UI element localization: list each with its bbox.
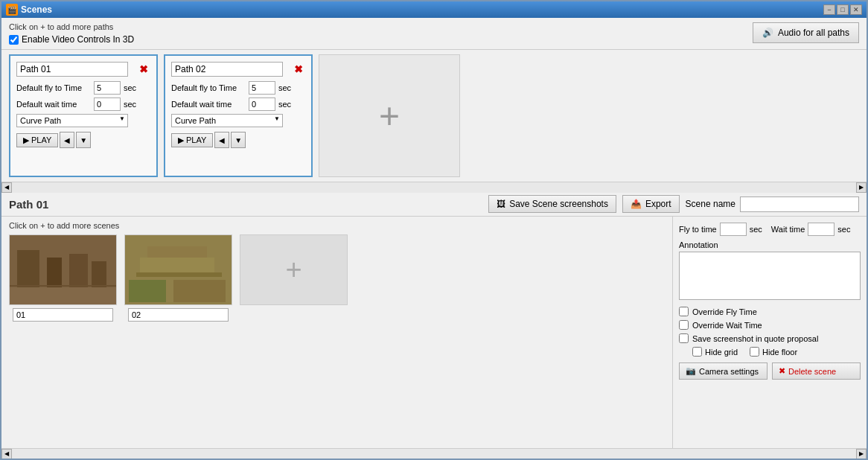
scene-name-input[interactable]: [740, 197, 859, 212]
maximize-button[interactable]: □: [837, 4, 849, 15]
path-card-1: ✖ Default fly to Time sec Default wait t…: [9, 54, 158, 177]
path-1-play-button[interactable]: ▶ PLAY: [16, 133, 58, 147]
scroll-right-arrow-2[interactable]: ▶: [856, 449, 867, 459]
top-left: Click on + to add more paths Enable Vide…: [9, 22, 134, 45]
top-section: Click on + to add more paths Enable Vide…: [1, 18, 867, 50]
save-screenshots-button[interactable]: 🖼 Save Scene screenshots: [488, 195, 616, 213]
hide-options-row: Hide grid Hide floor: [692, 347, 861, 357]
path-1-next-button[interactable]: ▼: [76, 132, 91, 148]
scene-name-label: Scene name: [686, 199, 735, 209]
bottom-section: Path 01 🖼 Save Scene screenshots 📤 Expor…: [1, 192, 867, 459]
app-icon: 🎬: [6, 4, 18, 16]
wait-unit-label: sec: [837, 225, 850, 234]
scene-thumb-01[interactable]: [9, 234, 117, 305]
svg-rect-8: [136, 272, 222, 277]
export-button[interactable]: 📤 Export: [622, 195, 680, 213]
hide-grid-item: Hide grid: [692, 347, 738, 357]
path-2-name-input[interactable]: [171, 62, 283, 77]
svg-rect-2: [47, 258, 62, 287]
scene-01-name-input[interactable]: [13, 308, 113, 322]
path-title-bar: Path 01 🖼 Save Scene screenshots 📤 Expor…: [1, 192, 867, 217]
path-card-2: ✖ Default fly to Time sec Default wait t…: [164, 54, 313, 177]
panel-action-buttons: 📷 Camera settings ✖ Delete scene: [679, 362, 861, 380]
scene-02-name-input[interactable]: [128, 308, 229, 322]
close-button[interactable]: ✕: [850, 4, 862, 15]
path-2-fly-label: Default fly to Time: [171, 83, 246, 92]
wait-time-label: Wait time: [771, 225, 805, 234]
scroll-left-arrow[interactable]: ◀: [1, 182, 12, 193]
fly-to-time-input[interactable]: [720, 223, 747, 236]
annotation-textarea[interactable]: [679, 252, 861, 300]
video-controls-label: Enable Video Controls In 3D: [22, 34, 134, 45]
path-2-wait-input[interactable]: [249, 98, 275, 111]
hide-floor-label: Hide floor: [762, 348, 797, 357]
hide-grid-label: Hide grid: [705, 348, 738, 357]
hide-grid-checkbox[interactable]: [692, 347, 702, 357]
paths-area: ✖ Default fly to Time sec Default wait t…: [1, 50, 867, 182]
path-1-fly-unit: sec: [124, 83, 136, 92]
path-1-type-dropdown[interactable]: Curve Path Linear Path: [16, 114, 128, 127]
save-screenshots-label: Save Scene screenshots: [509, 199, 608, 209]
title-bar: 🎬 Scenes − □ ✕: [1, 1, 867, 18]
scene-thumb-02[interactable]: [124, 234, 232, 305]
add-path-button[interactable]: +: [319, 54, 460, 177]
delete-icon: ✖: [779, 366, 785, 376]
scene-card-02: [124, 234, 232, 322]
svg-rect-5: [10, 287, 117, 305]
save-screenshot-checkbox[interactable]: [679, 333, 689, 343]
video-controls-checkbox[interactable]: [9, 35, 19, 45]
svg-rect-9: [140, 258, 214, 272]
override-fly-time-label: Override Fly Time: [692, 307, 757, 316]
path-1-fly-time-row: Default fly to Time sec: [16, 81, 150, 95]
wait-time-input[interactable]: [808, 223, 835, 236]
override-wait-time-checkbox[interactable]: [679, 320, 689, 330]
scenes-scrollbar[interactable]: ◀ ▶: [1, 448, 867, 459]
scroll-track[interactable]: [12, 182, 856, 193]
bottom-main: Click on + to add more scenes: [1, 217, 867, 448]
add-path-plus-icon: +: [379, 98, 400, 134]
paths-scrollbar[interactable]: ◀ ▶: [1, 182, 867, 192]
override-wait-time-label: Override Wait Time: [692, 321, 762, 330]
camera-settings-label: Camera settings: [699, 367, 759, 376]
audio-all-paths-button[interactable]: 🔊 Audio for all paths: [753, 22, 859, 43]
path-1-name-input[interactable]: [16, 62, 128, 77]
hide-floor-checkbox[interactable]: [750, 347, 759, 357]
add-scene-button[interactable]: +: [240, 234, 348, 305]
top-row: Click on + to add more paths Enable Vide…: [9, 22, 859, 45]
path-1-wait-input[interactable]: [94, 98, 121, 111]
svg-rect-4: [92, 261, 106, 287]
scroll-left-arrow-2[interactable]: ◀: [1, 449, 12, 459]
window-title: Scenes: [21, 4, 52, 15]
path-2-type-dropdown[interactable]: Curve Path Linear Path: [171, 114, 283, 127]
annotation-label: Annotation: [679, 240, 861, 249]
minimize-button[interactable]: −: [823, 4, 835, 15]
svg-rect-11: [129, 280, 166, 302]
path-2-fly-input[interactable]: [249, 81, 275, 95]
override-fly-time-checkbox[interactable]: [679, 307, 689, 316]
active-path-title: Path 01: [9, 198, 48, 211]
title-bar-left: 🎬 Scenes: [6, 4, 52, 16]
delete-scene-button[interactable]: ✖ Delete scene: [772, 362, 861, 380]
path-2-prev-button[interactable]: ◀: [214, 132, 229, 148]
annotation-section: Annotation: [679, 240, 861, 307]
path-2-dropdown-row: Curve Path Linear Path: [171, 114, 305, 127]
path-1-prev-button[interactable]: ◀: [60, 132, 74, 148]
path-2-play-button[interactable]: ▶ PLAY: [171, 133, 213, 147]
audio-btn-label: Audio for all paths: [778, 28, 849, 38]
scroll-track-2[interactable]: [12, 449, 856, 459]
path-1-dropdown-row: Curve Path Linear Path: [16, 114, 150, 127]
path-2-next-button[interactable]: ▼: [231, 132, 246, 148]
svg-rect-12: [173, 280, 226, 302]
fly-unit-label: sec: [750, 225, 762, 234]
path-1-play-controls: ▶ PLAY ◀ ▼: [16, 132, 150, 148]
scroll-right-arrow[interactable]: ▶: [856, 182, 867, 193]
path-title-actions: 🖼 Save Scene screenshots 📤 Export Scene …: [488, 195, 859, 213]
path-2-close-button[interactable]: ✖: [292, 63, 305, 76]
export-label: Export: [645, 199, 671, 209]
title-buttons: − □ ✕: [823, 4, 862, 15]
add-scenes-hint: Click on + to add more scenes: [9, 221, 665, 230]
path-1-close-button[interactable]: ✖: [137, 63, 150, 76]
camera-settings-button[interactable]: 📷 Camera settings: [679, 362, 768, 380]
path-1-fly-input[interactable]: [94, 81, 121, 95]
hide-floor-item: Hide floor: [750, 347, 797, 357]
